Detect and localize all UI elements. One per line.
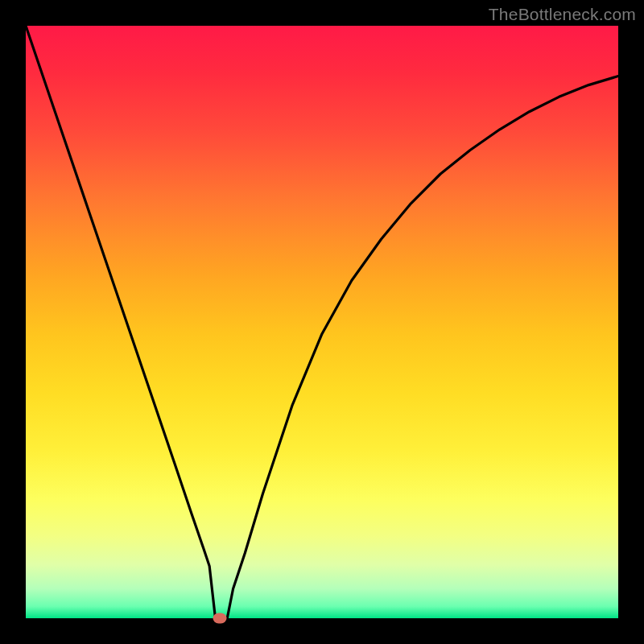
bottleneck-curve <box>26 26 618 618</box>
watermark-text: TheBottleneck.com <box>489 5 636 24</box>
optimal-point-marker <box>213 613 226 624</box>
chart-frame: TheBottleneck.com <box>0 0 644 644</box>
chart-plot-area <box>26 26 618 618</box>
